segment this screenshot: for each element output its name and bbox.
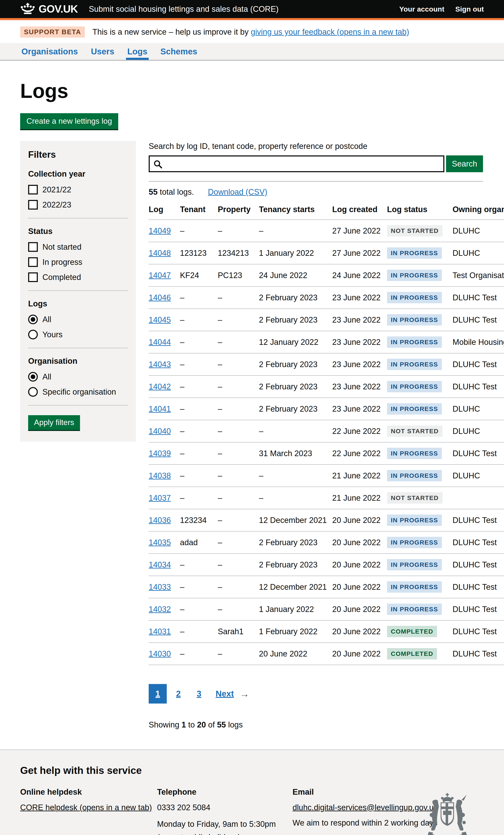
cell-owning-organisation: DLUHC Test xyxy=(452,576,504,598)
cell-log: 14038 xyxy=(149,465,180,487)
cell-tenancy-starts: – xyxy=(259,420,332,442)
log-id-link[interactable]: 14046 xyxy=(149,293,171,302)
checkbox-in-progress-icon[interactable] xyxy=(28,257,38,267)
radio-option-all[interactable]: All xyxy=(28,314,128,324)
apply-filters-button[interactable]: Apply filters xyxy=(28,415,80,430)
radio-option-all[interactable]: All xyxy=(28,372,128,382)
checkbox-2021-22-icon[interactable] xyxy=(28,185,38,195)
radio-specific-organisation-icon[interactable] xyxy=(28,387,38,397)
cell-tenancy-starts: 1 January 2022 xyxy=(259,598,332,620)
checkbox-option-not-started[interactable]: Not started xyxy=(28,242,128,252)
tab-logs[interactable]: Logs xyxy=(126,43,149,60)
log-id-link[interactable]: 14034 xyxy=(149,560,171,569)
tab-users[interactable]: Users xyxy=(90,43,116,60)
pagination-page-1[interactable]: 1 xyxy=(149,684,167,704)
log-id-link[interactable]: 14033 xyxy=(149,583,171,591)
status-badge: IN PROGRESS xyxy=(387,337,442,348)
log-id-link[interactable]: 14036 xyxy=(149,516,171,525)
log-id-link[interactable]: 14042 xyxy=(149,382,171,391)
download-csv-link[interactable]: Download (CSV) xyxy=(208,187,267,196)
tab-schemes[interactable]: Schemes xyxy=(159,43,199,60)
radio-option-yours[interactable]: Yours xyxy=(28,330,128,339)
filter-divider xyxy=(28,290,128,291)
log-id-link[interactable]: 14043 xyxy=(149,360,171,369)
column-header-log-created: Log created xyxy=(332,201,387,220)
cell-property: – xyxy=(218,465,259,487)
log-id-link[interactable]: 14030 xyxy=(149,649,171,658)
log-id-link[interactable]: 14038 xyxy=(149,471,171,480)
cell-log-created: 20 June 2022 xyxy=(332,643,387,665)
table-row: 14043––2 February 202323 June 2022IN PRO… xyxy=(149,353,504,375)
govuk-logotype[interactable]: GOV.UK xyxy=(39,3,78,15)
column-header-log-status: Log status xyxy=(387,201,452,220)
cell-tenant: 123234 xyxy=(180,509,218,531)
checkbox-2022-23-icon[interactable] xyxy=(28,200,38,209)
feedback-link[interactable]: giving us your feedback (opens in a new … xyxy=(251,27,409,36)
footer-link-online-helpdesk[interactable]: CORE helpdesk (opens in a new tab) xyxy=(20,802,152,813)
option-label: 2021/22 xyxy=(42,185,71,194)
cell-tenant: – xyxy=(180,442,218,465)
cell-tenancy-starts: 2 February 2023 xyxy=(259,554,332,576)
status-badge: COMPLETED xyxy=(387,626,437,637)
log-id-link[interactable]: 14049 xyxy=(149,226,171,235)
pagination-next-arrow-icon[interactable]: → xyxy=(240,688,249,699)
option-label: All xyxy=(42,315,51,324)
footer-link-email[interactable]: dluhc.digital-services@levellingup.gov.u… xyxy=(293,802,438,813)
log-id-link[interactable]: 14041 xyxy=(149,405,171,413)
radio-option-specific-organisation[interactable]: Specific organisation xyxy=(28,387,128,397)
cell-log-created: 23 June 2022 xyxy=(332,398,387,420)
log-id-link[interactable]: 14048 xyxy=(149,249,171,258)
cell-log: 14047 xyxy=(149,264,180,286)
cell-log: 14042 xyxy=(149,375,180,398)
create-lettings-log-button[interactable]: Create a new lettings log xyxy=(20,113,118,129)
pagination-next-link[interactable]: Next xyxy=(216,689,234,698)
sign-out-link[interactable]: Sign out xyxy=(455,5,484,13)
cell-log-created: 27 June 2022 xyxy=(332,242,387,264)
log-id-link[interactable]: 14044 xyxy=(149,338,171,347)
checkbox-option-in-progress[interactable]: In progress xyxy=(28,257,128,267)
cell-log-created: 23 June 2022 xyxy=(332,286,387,309)
status-badge: NOT STARTED xyxy=(387,426,442,437)
radio-selected-dot xyxy=(31,374,35,379)
search-input[interactable] xyxy=(150,157,443,171)
footer-link-line: CORE helpdesk (opens in a new tab) xyxy=(20,802,157,815)
cell-log: 14044 xyxy=(149,331,180,353)
checkbox-option-2022-23[interactable]: 2022/23 xyxy=(28,200,128,209)
log-id-link[interactable]: 14031 xyxy=(149,627,171,636)
filters-title: Filters xyxy=(28,149,128,160)
cell-log-created: 20 June 2022 xyxy=(332,576,387,598)
radio-all-icon[interactable] xyxy=(28,372,38,382)
table-row: 14037–––21 June 2022NOT STARTED xyxy=(149,487,504,509)
pagination-page-3[interactable]: 3 xyxy=(190,684,208,704)
log-id-link[interactable]: 14032 xyxy=(149,605,171,614)
table-row: 14040–––22 June 2022NOT STARTEDDLUHC xyxy=(149,420,504,442)
cell-log: 14036 xyxy=(149,509,180,531)
cell-tenancy-starts: 24 June 2022 xyxy=(259,264,332,286)
checkbox-option-2021-22[interactable]: 2021/22 xyxy=(28,185,128,195)
log-id-link[interactable]: 14037 xyxy=(149,493,171,502)
log-id-link[interactable]: 14040 xyxy=(149,427,171,435)
log-id-link[interactable]: 14047 xyxy=(149,271,171,280)
pagination-page-2[interactable]: 2 xyxy=(169,684,187,704)
cell-log-status: IN PROGRESS xyxy=(387,264,452,286)
tab-organisations[interactable]: Organisations xyxy=(20,43,79,60)
your-account-link[interactable]: Your account xyxy=(399,5,444,13)
radio-yours-icon[interactable] xyxy=(28,330,38,339)
log-id-link[interactable]: 14045 xyxy=(149,315,171,324)
log-id-link[interactable]: 14035 xyxy=(149,538,171,547)
option-label: All xyxy=(42,372,51,381)
cell-log-created: 24 June 2022 xyxy=(332,264,387,286)
checkbox-completed-icon[interactable] xyxy=(28,272,38,282)
cell-tenant: – xyxy=(180,309,218,331)
radio-all-icon[interactable] xyxy=(28,314,38,324)
checkbox-not-started-icon[interactable] xyxy=(28,242,38,252)
log-id-link[interactable]: 14039 xyxy=(149,449,171,458)
checkbox-option-completed[interactable]: Completed xyxy=(28,272,128,282)
cell-tenancy-starts: – xyxy=(259,220,332,242)
search-input-wrap xyxy=(149,156,444,172)
service-name-link[interactable]: Submit social housing lettings and sales… xyxy=(89,5,279,14)
cell-log-status: IN PROGRESS xyxy=(387,398,452,420)
search-button[interactable]: Search xyxy=(446,156,483,172)
total-logs-line: 55 total logs. Download (CSV) xyxy=(149,187,504,197)
cell-log-status: IN PROGRESS xyxy=(387,353,452,375)
